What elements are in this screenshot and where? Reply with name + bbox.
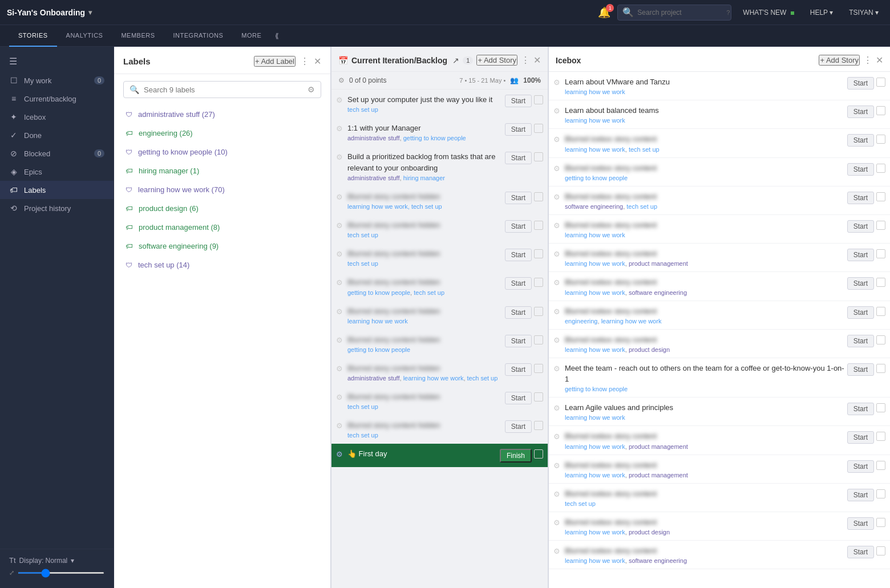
story-label-link[interactable]: tech set up bbox=[467, 375, 498, 382]
tab-members[interactable]: MEMBERS bbox=[112, 25, 164, 47]
story-checkbox[interactable] bbox=[534, 307, 543, 316]
icebox-label-link[interactable]: learning how we work bbox=[565, 443, 625, 450]
sidebar-item-project-history[interactable]: ⟲ Project history bbox=[0, 199, 114, 217]
story-checkbox[interactable] bbox=[534, 192, 543, 201]
icebox-label-link[interactable]: learning how we work bbox=[565, 289, 625, 296]
icebox-gear-icon[interactable]: ⚙ bbox=[551, 489, 563, 500]
story-finish-button[interactable]: Finish bbox=[500, 449, 532, 463]
tab-stories[interactable]: STORIES bbox=[9, 25, 57, 47]
icebox-start-button[interactable]: Start bbox=[847, 431, 874, 444]
icebox-label-link[interactable]: learning how we work bbox=[565, 529, 625, 536]
help-button[interactable]: HELP ▾ bbox=[806, 6, 838, 19]
icebox-label-link[interactable]: tech set up bbox=[626, 203, 657, 210]
icebox-gear-icon[interactable]: ⚙ bbox=[551, 249, 563, 259]
story-gear-icon[interactable]: ⚙ bbox=[334, 277, 345, 288]
icebox-gear-icon[interactable]: ⚙ bbox=[551, 335, 563, 346]
icebox-start-button[interactable]: Start bbox=[847, 306, 874, 319]
icebox-checkbox[interactable] bbox=[876, 307, 885, 316]
label-item[interactable]: 🛡administrative stuff (27) bbox=[114, 105, 330, 124]
story-checkbox[interactable] bbox=[534, 124, 543, 133]
iteration-close-icon[interactable]: ✕ bbox=[533, 55, 541, 66]
icebox-gear-icon[interactable]: ⚙ bbox=[551, 220, 563, 231]
icebox-start-button[interactable]: Start bbox=[847, 489, 874, 501]
story-label-link[interactable]: learning how we work bbox=[347, 318, 408, 325]
story-start-button[interactable]: Start bbox=[505, 277, 532, 290]
icebox-gear-icon[interactable]: ⚙ bbox=[551, 403, 563, 413]
icebox-start-button[interactable]: Start bbox=[847, 546, 874, 558]
sidebar-item-icebox[interactable]: ✦ Icebox bbox=[0, 108, 114, 126]
story-start-button[interactable]: Start bbox=[505, 123, 532, 136]
iteration-more-icon[interactable]: ⋮ bbox=[521, 55, 530, 66]
icebox-start-button[interactable]: Start bbox=[847, 517, 874, 530]
sidebar-item-my-work[interactable]: ☐ My work 0 bbox=[0, 71, 114, 90]
sidebar-item-labels[interactable]: 🏷 Labels bbox=[0, 181, 114, 199]
sidebar-item-epics[interactable]: ◈ Epics bbox=[0, 163, 114, 181]
story-checkbox[interactable] bbox=[534, 421, 543, 430]
icebox-add-story-button[interactable]: + Add Story bbox=[819, 55, 860, 66]
label-item[interactable]: 🏷hiring manager (1) bbox=[114, 161, 330, 180]
story-start-button[interactable]: Start bbox=[505, 192, 532, 204]
story-checkbox[interactable] bbox=[534, 95, 543, 104]
icebox-label-link[interactable]: product design bbox=[629, 346, 670, 353]
story-label-link[interactable]: tech set up bbox=[347, 432, 378, 439]
sidebar-item-current-backlog[interactable]: ≡ Current/backlog bbox=[0, 90, 114, 108]
icebox-label-link[interactable]: software engineering bbox=[565, 203, 623, 210]
icebox-checkbox[interactable] bbox=[876, 278, 885, 287]
icebox-start-button[interactable]: Start bbox=[847, 192, 874, 204]
story-label-link[interactable]: learning how we work, tech set up bbox=[347, 203, 442, 210]
icebox-checkbox[interactable] bbox=[876, 403, 885, 412]
icebox-label-link[interactable]: learning how we work bbox=[565, 472, 625, 478]
story-checkbox[interactable] bbox=[534, 152, 543, 161]
notification-bell[interactable]: 🔔 1 bbox=[598, 6, 610, 19]
story-start-button[interactable]: Start bbox=[505, 420, 532, 433]
icebox-gear-icon[interactable]: ⚙ bbox=[551, 546, 563, 557]
story-start-button[interactable]: Start bbox=[505, 220, 532, 233]
icebox-label-link[interactable]: getting to know people bbox=[565, 175, 628, 181]
label-item[interactable]: 🛡getting to know people (10) bbox=[114, 143, 330, 161]
icebox-gear-icon[interactable]: ⚙ bbox=[551, 106, 563, 116]
icebox-label-link[interactable]: learning how we work bbox=[565, 260, 625, 267]
icebox-checkbox[interactable] bbox=[876, 335, 885, 344]
sidebar-item-blocked[interactable]: ⊘ Blocked 0 bbox=[0, 144, 114, 163]
labels-filter-icon[interactable]: ⚙ bbox=[308, 85, 315, 94]
icebox-label-link[interactable]: software engineering bbox=[629, 289, 687, 296]
icebox-checkbox[interactable] bbox=[876, 432, 885, 441]
story-gear-icon[interactable]: ⚙ bbox=[334, 249, 345, 259]
story-gear-icon[interactable]: ⚙ bbox=[334, 95, 345, 106]
icebox-label-link[interactable]: learning how we work bbox=[565, 414, 625, 421]
story-gear-icon[interactable]: ⚙ bbox=[334, 123, 345, 134]
story-gear-icon[interactable]: ⚙ bbox=[334, 420, 345, 431]
icebox-gear-icon[interactable]: ⚙ bbox=[551, 431, 563, 442]
icebox-label-link[interactable]: software engineering bbox=[629, 557, 687, 564]
icebox-label-link[interactable]: tech set up bbox=[565, 500, 596, 507]
icebox-label-link[interactable]: getting to know people bbox=[565, 386, 628, 392]
icebox-checkbox[interactable] bbox=[876, 489, 885, 498]
icebox-label-link[interactable]: learning how we work bbox=[565, 117, 625, 124]
icebox-gear-icon[interactable]: ⚙ bbox=[551, 277, 563, 288]
label-item[interactable]: 🏷engineering (26) bbox=[114, 124, 330, 143]
icebox-label-link[interactable]: learning how we work bbox=[565, 557, 625, 564]
labels-search-input[interactable] bbox=[144, 86, 303, 94]
story-gear-icon[interactable]: ⚙ bbox=[334, 363, 345, 374]
icebox-start-button[interactable]: Start bbox=[847, 106, 874, 118]
story-gear-icon[interactable]: ⚙ bbox=[334, 152, 345, 163]
add-label-button[interactable]: + Add Label bbox=[254, 56, 296, 67]
icebox-start-button[interactable]: Start bbox=[847, 134, 874, 147]
story-label-link[interactable]: tech set up bbox=[347, 232, 378, 238]
nav-collapse-button[interactable]: ⟪ bbox=[270, 32, 284, 40]
icebox-start-button[interactable]: Start bbox=[847, 363, 874, 376]
icebox-checkbox[interactable] bbox=[876, 106, 885, 115]
icebox-checkbox[interactable] bbox=[876, 546, 885, 555]
tab-analytics[interactable]: ANALYTICS bbox=[57, 25, 112, 47]
icebox-close-icon[interactable]: ✕ bbox=[876, 55, 883, 66]
icebox-checkbox[interactable] bbox=[876, 135, 885, 144]
whats-new-button[interactable]: WHAT'S NEW bbox=[738, 6, 798, 19]
story-checkbox[interactable] bbox=[534, 278, 543, 287]
icebox-checkbox[interactable] bbox=[876, 518, 885, 527]
story-gear-icon[interactable]: ⚙ bbox=[334, 192, 345, 202]
icebox-checkbox[interactable] bbox=[876, 461, 885, 470]
story-start-button[interactable]: Start bbox=[505, 249, 532, 261]
icebox-gear-icon[interactable]: ⚙ bbox=[551, 163, 563, 174]
sidebar-hamburger[interactable]: ☰ bbox=[0, 51, 114, 71]
label-item[interactable]: 🛡tech set up (14) bbox=[114, 256, 330, 274]
